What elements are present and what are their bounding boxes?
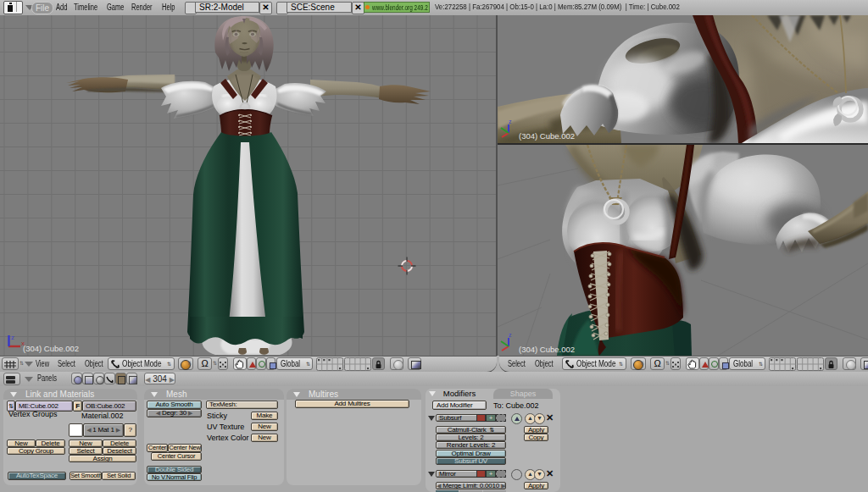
svg-text:z: z <box>11 334 14 341</box>
svg-text:z: z <box>509 332 512 338</box>
svg-text:(304) Cube.002: (304) Cube.002 <box>519 345 575 354</box>
svg-text:(304) Cube.002: (304) Cube.002 <box>519 131 575 141</box>
svg-text:(304) Cube.002: (304) Cube.002 <box>23 344 79 353</box>
svg-text:z: z <box>509 119 512 124</box>
